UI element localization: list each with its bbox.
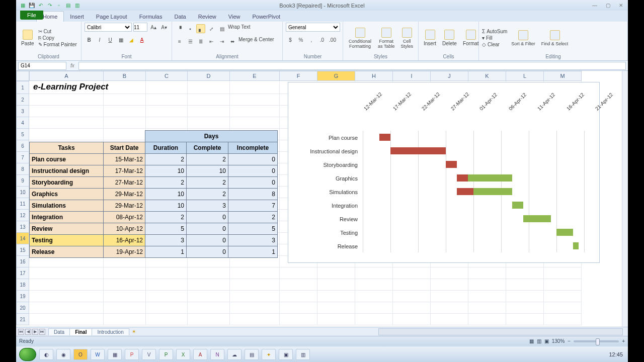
row-header-17[interactable]: 17 [16, 267, 29, 279]
row-header-10[interactable]: 10 [16, 187, 29, 198]
formula-input[interactable] [78, 62, 626, 70]
italic-button[interactable]: I [95, 35, 104, 44]
format-as-table-button[interactable]: Format as Table [376, 27, 396, 50]
worksheet-grid[interactable]: A B C D E F G H I J K L M 12345678910111… [16, 71, 628, 327]
sheet-nav-last-icon[interactable]: ⏭ [39, 329, 45, 335]
bold-button[interactable]: B [85, 35, 94, 44]
print-preview-icon[interactable]: ▥ [73, 2, 80, 9]
close-icon[interactable]: ✕ [616, 2, 626, 9]
taskbar-chrome-icon[interactable]: ◉ [56, 349, 70, 360]
minimize-icon[interactable]: — [590, 2, 600, 9]
sheet-nav-first-icon[interactable]: ⏮ [18, 329, 24, 335]
orientation-icon[interactable]: ⤢ [207, 24, 216, 33]
taskbar-project-icon[interactable]: P [159, 349, 173, 360]
sheet-tab-introduction[interactable]: Introduction [92, 328, 129, 335]
zoom-slider[interactable] [574, 340, 619, 342]
fill-button[interactable]: ▾ Fill [482, 35, 507, 41]
conditional-formatting-button[interactable]: Conditional Formatting [346, 27, 374, 50]
insert-cells-button[interactable]: Insert [422, 29, 438, 47]
clear-button[interactable]: ◇ Clear [482, 42, 507, 47]
redo-icon[interactable]: ↷ [46, 2, 53, 9]
format-painter-button[interactable]: ✎ Format Painter [38, 42, 77, 47]
decrease-indent-icon[interactable]: ⇤ [207, 37, 216, 46]
percent-icon[interactable]: % [296, 35, 305, 44]
tab-insert[interactable]: Insert [64, 12, 90, 22]
row-header-16[interactable]: 16 [16, 256, 29, 267]
decrease-decimal-icon[interactable]: .00 [328, 35, 337, 44]
zoom-out-icon[interactable]: − [568, 338, 571, 344]
row-header-11[interactable]: 11 [16, 198, 29, 210]
row-header-19[interactable]: 19 [16, 291, 29, 302]
col-header-a[interactable]: A [29, 71, 104, 81]
table-row[interactable]: Plan course15-Mar-12220 [30, 154, 278, 165]
col-header-b[interactable]: B [104, 71, 146, 81]
zoom-in-icon[interactable]: + [622, 338, 625, 344]
copy-button[interactable]: ⎘ Copy [38, 35, 77, 41]
decrease-font-icon[interactable]: A▾ [159, 23, 169, 32]
taskbar-app-16[interactable]: ▥ [296, 349, 310, 360]
sheet-nav-next-icon[interactable]: ▶ [32, 329, 38, 335]
file-tab[interactable]: File [20, 11, 43, 20]
tab-formulas[interactable]: Formulas [133, 12, 169, 22]
fill-color-button[interactable]: ◢ [127, 35, 136, 44]
row-header-7[interactable]: 7 [16, 152, 29, 163]
select-all-corner[interactable] [16, 71, 29, 81]
row-header-5[interactable]: 5 [16, 129, 29, 140]
find-select-button[interactable]: Find & Select [539, 29, 571, 47]
view-layout-icon[interactable]: ▥ [537, 338, 541, 344]
table-row[interactable]: Graphics29-Mar-121028 [30, 189, 278, 200]
wrap-text-button[interactable]: ▤ [217, 24, 226, 33]
table-row[interactable]: Storyboarding27-Mar-12220 [30, 177, 278, 189]
col-header-i[interactable]: I [393, 71, 431, 81]
sheet-tab-final[interactable]: Final [69, 328, 92, 335]
table-row[interactable]: Release19-Apr-12101 [30, 246, 278, 258]
table-row[interactable]: Simulations29-Mar-121037 [30, 200, 278, 212]
taskbar-app-3[interactable]: O [73, 349, 88, 360]
taskbar-app-12[interactable]: ☁ [227, 349, 242, 360]
format-cells-button[interactable]: Format [461, 29, 481, 47]
row-header-3[interactable]: 3 [16, 106, 29, 117]
align-bottom-icon[interactable]: ▖ [196, 24, 205, 33]
save-icon[interactable]: 💾 [28, 2, 35, 9]
align-right-icon[interactable]: ≣ [196, 37, 205, 46]
table-row[interactable]: Review10-Apr-12505 [30, 223, 278, 235]
col-header-k[interactable]: K [468, 71, 506, 81]
col-header-f[interactable]: F [280, 71, 317, 81]
underline-button[interactable]: U [106, 35, 115, 44]
column-headers[interactable]: A B C D E F G H I J K L M [29, 71, 582, 81]
open-icon[interactable]: ▤ [64, 2, 71, 9]
col-header-g[interactable]: G [317, 71, 355, 81]
col-header-h[interactable]: H [355, 71, 393, 81]
view-normal-icon[interactable]: ▦ [529, 338, 534, 344]
font-size-input[interactable] [133, 23, 147, 32]
row-header-1[interactable]: 1 [16, 81, 29, 94]
col-header-m[interactable]: M [544, 71, 582, 81]
table-row[interactable]: Testing16-Apr-12303 [30, 235, 278, 246]
tab-review[interactable]: Review [192, 12, 222, 22]
taskbar-app-14[interactable]: ✦ [262, 349, 276, 360]
align-top-icon[interactable]: ▝ [175, 24, 184, 33]
delete-cells-button[interactable]: Delete [440, 29, 459, 47]
tab-view[interactable]: View [222, 12, 247, 22]
increase-font-icon[interactable]: A▴ [149, 23, 158, 32]
col-header-l[interactable]: L [506, 71, 544, 81]
row-header-13[interactable]: 13 [16, 221, 29, 233]
taskbar-onenote-icon[interactable]: N [210, 349, 224, 360]
row-header-6[interactable]: 6 [16, 140, 29, 152]
align-middle-icon[interactable]: ▪ [186, 24, 195, 33]
taskbar-app-15[interactable]: ▣ [279, 349, 293, 360]
row-header-14[interactable]: 14 [16, 233, 29, 244]
name-box[interactable]: G14 [18, 62, 66, 70]
font-name-select[interactable]: Calibri [85, 23, 132, 32]
start-button[interactable] [19, 348, 36, 361]
align-center-icon[interactable]: ☰ [186, 37, 195, 46]
taskbar-excel-icon[interactable]: X [176, 349, 190, 360]
table-row[interactable]: Integration08-Apr-12202 [30, 212, 278, 223]
border-button[interactable]: ▦ [116, 35, 125, 44]
row-header-18[interactable]: 18 [16, 279, 29, 291]
taskbar-visio-icon[interactable]: V [142, 349, 156, 360]
col-header-j[interactable]: J [431, 71, 468, 81]
row-header-4[interactable]: 4 [16, 117, 29, 129]
fx-icon[interactable]: fx [68, 63, 76, 68]
col-header-d[interactable]: D [188, 71, 230, 81]
